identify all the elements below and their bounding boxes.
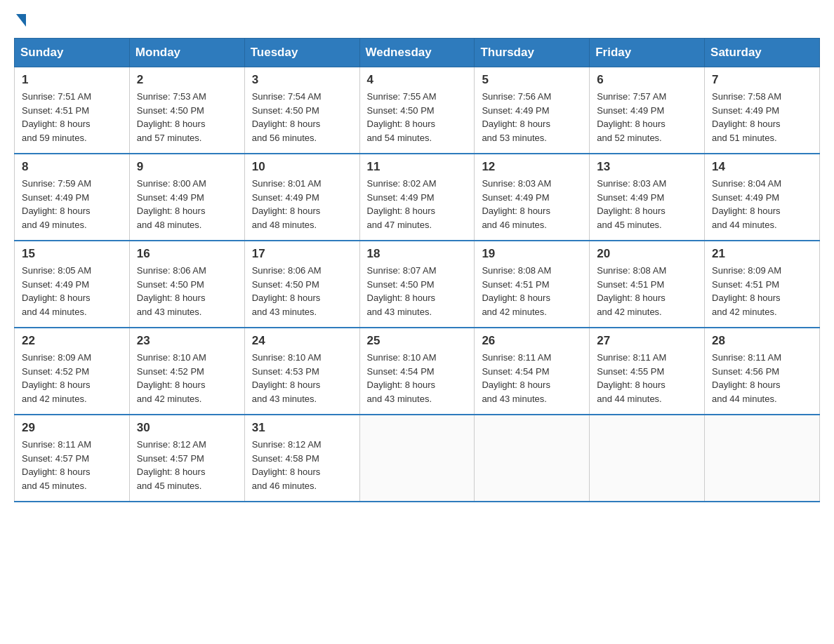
day-number: 19 (482, 247, 582, 261)
day-info: Sunrise: 8:06 AM Sunset: 4:50 PM Dayligh… (252, 264, 352, 318)
day-info: Sunrise: 8:11 AM Sunset: 4:54 PM Dayligh… (482, 351, 582, 405)
calendar-cell: 26 Sunrise: 8:11 AM Sunset: 4:54 PM Dayl… (475, 328, 590, 415)
day-number: 13 (597, 160, 697, 174)
calendar-cell: 13 Sunrise: 8:03 AM Sunset: 4:49 PM Dayl… (590, 154, 705, 241)
calendar-cell: 3 Sunrise: 7:54 AM Sunset: 4:50 PM Dayli… (244, 67, 359, 154)
calendar-table: SundayMondayTuesdayWednesdayThursdayFrid… (14, 38, 820, 502)
day-info: Sunrise: 8:08 AM Sunset: 4:51 PM Dayligh… (597, 264, 697, 318)
day-info: Sunrise: 8:09 AM Sunset: 4:52 PM Dayligh… (22, 351, 122, 405)
calendar-cell: 18 Sunrise: 8:07 AM Sunset: 4:50 PM Dayl… (359, 241, 475, 328)
day-number: 2 (137, 73, 237, 87)
calendar-cell: 10 Sunrise: 8:01 AM Sunset: 4:49 PM Dayl… (244, 154, 359, 241)
weekday-header-friday: Friday (590, 39, 705, 67)
day-info: Sunrise: 7:53 AM Sunset: 4:50 PM Dayligh… (137, 90, 237, 145)
calendar-cell: 30 Sunrise: 8:12 AM Sunset: 4:57 PM Dayl… (129, 415, 244, 502)
calendar-cell: 22 Sunrise: 8:09 AM Sunset: 4:52 PM Dayl… (15, 328, 130, 415)
day-number: 25 (367, 334, 468, 348)
calendar-cell: 31 Sunrise: 8:12 AM Sunset: 4:58 PM Dayl… (244, 415, 359, 502)
day-number: 28 (712, 334, 812, 348)
day-info: Sunrise: 8:11 AM Sunset: 4:57 PM Dayligh… (22, 438, 122, 492)
day-info: Sunrise: 7:56 AM Sunset: 4:49 PM Dayligh… (482, 90, 582, 145)
calendar-body: 1 Sunrise: 7:51 AM Sunset: 4:51 PM Dayli… (15, 67, 820, 502)
day-number: 27 (597, 334, 697, 348)
day-number: 10 (252, 160, 352, 174)
calendar-cell: 23 Sunrise: 8:10 AM Sunset: 4:52 PM Dayl… (129, 328, 244, 415)
day-info: Sunrise: 8:02 AM Sunset: 4:49 PM Dayligh… (367, 177, 468, 232)
logo-area (14, 14, 27, 27)
calendar-week-row: 1 Sunrise: 7:51 AM Sunset: 4:51 PM Dayli… (15, 67, 820, 154)
day-number: 5 (482, 73, 582, 87)
calendar-cell: 21 Sunrise: 8:09 AM Sunset: 4:51 PM Dayl… (705, 241, 820, 328)
calendar-cell: 11 Sunrise: 8:02 AM Sunset: 4:49 PM Dayl… (359, 154, 475, 241)
day-info: Sunrise: 8:12 AM Sunset: 4:58 PM Dayligh… (252, 438, 352, 492)
day-number: 26 (482, 334, 582, 348)
day-number: 4 (367, 73, 468, 87)
day-number: 29 (22, 421, 122, 435)
day-number: 15 (22, 247, 122, 261)
day-info: Sunrise: 8:10 AM Sunset: 4:52 PM Dayligh… (137, 351, 237, 405)
calendar-cell: 9 Sunrise: 8:00 AM Sunset: 4:49 PM Dayli… (129, 154, 244, 241)
logo (14, 14, 27, 27)
weekday-header-row: SundayMondayTuesdayWednesdayThursdayFrid… (15, 39, 820, 67)
calendar-cell: 16 Sunrise: 8:06 AM Sunset: 4:50 PM Dayl… (129, 241, 244, 328)
calendar-cell: 15 Sunrise: 8:05 AM Sunset: 4:49 PM Dayl… (15, 241, 130, 328)
day-info: Sunrise: 7:54 AM Sunset: 4:50 PM Dayligh… (252, 90, 352, 145)
calendar-cell: 19 Sunrise: 8:08 AM Sunset: 4:51 PM Dayl… (475, 241, 590, 328)
calendar-cell: 28 Sunrise: 8:11 AM Sunset: 4:56 PM Dayl… (705, 328, 820, 415)
day-number: 21 (712, 247, 812, 261)
day-number: 12 (482, 160, 582, 174)
calendar-header: SundayMondayTuesdayWednesdayThursdayFrid… (15, 39, 820, 67)
day-number: 1 (22, 73, 122, 87)
day-info: Sunrise: 8:07 AM Sunset: 4:50 PM Dayligh… (367, 264, 468, 318)
day-info: Sunrise: 8:01 AM Sunset: 4:49 PM Dayligh… (252, 177, 352, 232)
weekday-header-tuesday: Tuesday (244, 39, 359, 67)
day-info: Sunrise: 8:03 AM Sunset: 4:49 PM Dayligh… (482, 177, 582, 232)
calendar-cell: 4 Sunrise: 7:55 AM Sunset: 4:50 PM Dayli… (359, 67, 475, 154)
day-info: Sunrise: 7:57 AM Sunset: 4:49 PM Dayligh… (597, 90, 697, 145)
day-info: Sunrise: 7:58 AM Sunset: 4:49 PM Dayligh… (712, 90, 812, 145)
day-info: Sunrise: 7:55 AM Sunset: 4:50 PM Dayligh… (367, 90, 468, 145)
calendar-week-row: 15 Sunrise: 8:05 AM Sunset: 4:49 PM Dayl… (15, 241, 820, 328)
header (14, 14, 820, 27)
calendar-week-row: 29 Sunrise: 8:11 AM Sunset: 4:57 PM Dayl… (15, 415, 820, 502)
day-info: Sunrise: 7:59 AM Sunset: 4:49 PM Dayligh… (22, 177, 122, 232)
day-info: Sunrise: 8:10 AM Sunset: 4:53 PM Dayligh… (252, 351, 352, 405)
day-info: Sunrise: 8:00 AM Sunset: 4:49 PM Dayligh… (137, 177, 237, 232)
day-number: 3 (252, 73, 352, 87)
calendar-cell: 20 Sunrise: 8:08 AM Sunset: 4:51 PM Dayl… (590, 241, 705, 328)
day-number: 7 (712, 73, 812, 87)
calendar-week-row: 8 Sunrise: 7:59 AM Sunset: 4:49 PM Dayli… (15, 154, 820, 241)
calendar-cell: 27 Sunrise: 8:11 AM Sunset: 4:55 PM Dayl… (590, 328, 705, 415)
calendar-cell (359, 415, 475, 502)
day-number: 30 (137, 421, 237, 435)
day-number: 6 (597, 73, 697, 87)
day-number: 24 (252, 334, 352, 348)
calendar-week-row: 22 Sunrise: 8:09 AM Sunset: 4:52 PM Dayl… (15, 328, 820, 415)
day-number: 8 (22, 160, 122, 174)
calendar-cell: 7 Sunrise: 7:58 AM Sunset: 4:49 PM Dayli… (705, 67, 820, 154)
day-number: 11 (367, 160, 468, 174)
day-info: Sunrise: 8:11 AM Sunset: 4:56 PM Dayligh… (712, 351, 812, 405)
day-info: Sunrise: 8:08 AM Sunset: 4:51 PM Dayligh… (482, 264, 582, 318)
day-number: 22 (22, 334, 122, 348)
weekday-header-monday: Monday (129, 39, 244, 67)
calendar-cell (705, 415, 820, 502)
day-info: Sunrise: 8:09 AM Sunset: 4:51 PM Dayligh… (712, 264, 812, 318)
weekday-header-wednesday: Wednesday (359, 39, 475, 67)
calendar-cell: 25 Sunrise: 8:10 AM Sunset: 4:54 PM Dayl… (359, 328, 475, 415)
day-info: Sunrise: 8:12 AM Sunset: 4:57 PM Dayligh… (137, 438, 237, 492)
calendar-cell (590, 415, 705, 502)
calendar-cell (475, 415, 590, 502)
day-number: 17 (252, 247, 352, 261)
weekday-header-sunday: Sunday (15, 39, 130, 67)
day-number: 20 (597, 247, 697, 261)
calendar-cell: 2 Sunrise: 7:53 AM Sunset: 4:50 PM Dayli… (129, 67, 244, 154)
calendar-cell: 24 Sunrise: 8:10 AM Sunset: 4:53 PM Dayl… (244, 328, 359, 415)
calendar-cell: 17 Sunrise: 8:06 AM Sunset: 4:50 PM Dayl… (244, 241, 359, 328)
day-number: 31 (252, 421, 352, 435)
calendar-cell: 1 Sunrise: 7:51 AM Sunset: 4:51 PM Dayli… (15, 67, 130, 154)
calendar-cell: 8 Sunrise: 7:59 AM Sunset: 4:49 PM Dayli… (15, 154, 130, 241)
day-number: 9 (137, 160, 237, 174)
day-number: 23 (137, 334, 237, 348)
day-info: Sunrise: 7:51 AM Sunset: 4:51 PM Dayligh… (22, 90, 122, 145)
